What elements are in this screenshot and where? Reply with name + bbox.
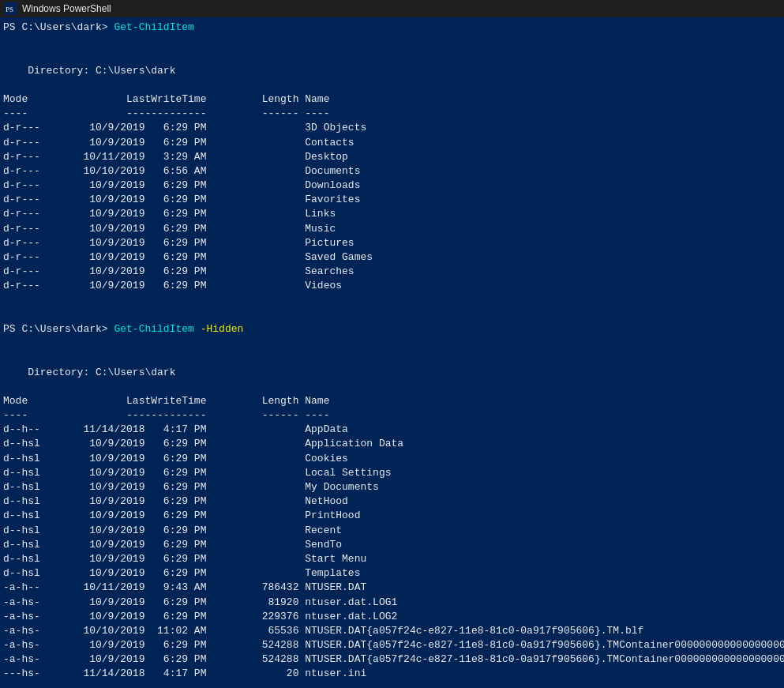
app-icon: PS xyxy=(5,2,17,15)
title-bar: PS Windows PowerShell xyxy=(0,0,784,17)
window-title: Windows PowerShell xyxy=(22,3,111,14)
terminal-output: PS C:\Users\dark> Get-ChildItem Director… xyxy=(0,17,784,688)
svg-text:PS: PS xyxy=(6,6,13,13)
